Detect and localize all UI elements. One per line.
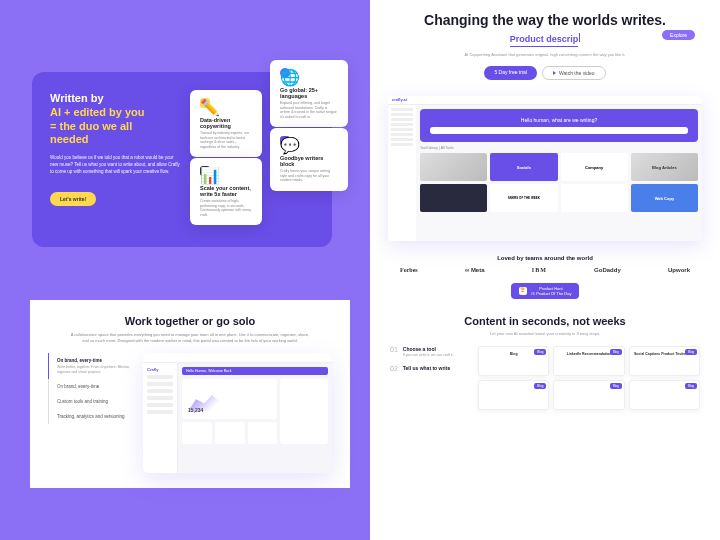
cs-step-1[interactable]: 01 Choose a toolIf you can write it, we … <box>390 346 470 357</box>
rm-search-banner: Hello human, what are we writing? <box>420 109 698 142</box>
dashboard-mockup: Crafly Hello Human, Welcome Back 15,234 <box>143 353 332 473</box>
r-title: Changing the way the worlds writes. <box>400 12 690 28</box>
fc3-title: Goodbye writers block <box>280 155 338 167</box>
s2-item-tools[interactable]: Custom tools and training <box>48 394 133 409</box>
brand-godaddy: GoDaddy <box>594 267 621 273</box>
rm-tile-6[interactable] <box>561 184 628 212</box>
cs-step2-num: 02 <box>390 365 398 372</box>
rm-sidebar <box>388 105 416 241</box>
fc2-title: Go global: 25+ languages <box>280 87 338 99</box>
cs-title: Content in seconds, not weeks <box>390 315 700 327</box>
r-subtitle-wrap: Product descrip <box>400 28 690 47</box>
fc1-title: Data-driven copywriting <box>200 117 252 129</box>
mock-main: Hello Human, Welcome Back 15,234 <box>178 363 332 448</box>
brand-ibm: IBM <box>532 267 547 273</box>
mock-sidebar: Crafly <box>143 363 178 473</box>
hero-title-l3: = the duo we all <box>50 120 132 132</box>
producthunt-badge[interactable]: 🏆 Product Hunt#1 Product Of The Day <box>511 283 580 299</box>
hero-cta-button[interactable]: Let's write! <box>50 192 96 206</box>
free-trial-button[interactable]: 5 Day free trial <box>484 66 537 80</box>
typing-cursor-icon <box>579 33 580 42</box>
fc4-title: Scale your content, write 5x faster <box>200 185 252 197</box>
scale-icon: 📊 <box>200 166 210 176</box>
s2-item-onbrand2[interactable]: On brand, every-time <box>48 379 133 394</box>
globe-icon: 🌐 <box>280 68 290 78</box>
s2-title: Work together or go solo <box>48 315 332 327</box>
app-mockup: crafly.ai Hello human, what are we writi… <box>388 96 702 241</box>
r-desc: AI Copywriting Assistant that generates … <box>400 52 690 58</box>
mock-topbar <box>143 353 332 363</box>
cs-card-4[interactable]: Blog <box>553 380 624 410</box>
s2-item-onbrand[interactable]: On brand, every-time Write better, toget… <box>48 353 133 379</box>
hero-title-l4: needed <box>50 133 89 145</box>
cs-step1-num: 01 <box>390 346 398 357</box>
right-hero: Explore Changing the way the worlds writ… <box>370 0 720 88</box>
chat-icon: 💬 <box>280 136 290 146</box>
fc3-desc: Crafly learns your unique writing style … <box>280 169 338 183</box>
fc2-desc: Expand your offering, and forget awkward… <box>280 101 338 119</box>
hero-desc: Would you believe us if we told you that… <box>50 155 180 175</box>
cs-step-2[interactable]: 02 Tell us what to write <box>390 365 470 372</box>
rm-logo: crafly.ai <box>392 97 407 102</box>
feature-card-copywriting[interactable]: ✏️ Data-driven copywriting Trained by in… <box>190 90 262 157</box>
cs-card-0[interactable]: BlogBlog <box>478 346 549 376</box>
cs-card-3[interactable]: Blog <box>478 380 549 410</box>
rm-tile-webcopy[interactable]: Web Copy <box>631 184 698 212</box>
mock-rightpanel <box>280 379 328 444</box>
rm-tile-socials[interactable]: Socials <box>490 153 557 181</box>
rm-main: Hello human, what are we writing? Tool L… <box>416 105 702 241</box>
rm-tile-4[interactable] <box>420 184 487 212</box>
watch-video-button[interactable]: Watch the video <box>542 66 606 80</box>
rm-tile-blog[interactable]: Blog Articles <box>631 153 698 181</box>
rm-tile-snkrs[interactable]: SNKRS OF THE WEEK <box>490 184 557 212</box>
rm-search-title: Hello human, what are we writing? <box>430 117 688 123</box>
r-subtitle: Product descrip <box>510 34 579 47</box>
cs-desc: Let your new AI assistant boost your cre… <box>390 331 700 336</box>
hero-title-l2: AI + edited by you <box>50 106 144 118</box>
loved-title: Loved by teams around the world <box>390 255 700 261</box>
feature-card-writers-block[interactable]: 💬 Goodbye writers block Crafly learns yo… <box>270 128 348 191</box>
cs-card-1[interactable]: BlogLinkedIn Recommendation <box>553 346 624 376</box>
content-seconds-section: Content in seconds, not weeks Let your n… <box>370 315 720 410</box>
fc4-desc: Create variations of high-performing cop… <box>200 199 252 217</box>
brand-upwork: Upwork <box>668 267 690 273</box>
play-icon <box>553 71 556 75</box>
rm-tile-0[interactable] <box>420 153 487 181</box>
s2-item-0-t: On brand, every-time <box>57 358 133 363</box>
cs-card-2[interactable]: BlogSocial Captions Product Testimonial <box>629 346 700 376</box>
s2-feature-list: On brand, every-time Write better, toget… <box>48 353 133 473</box>
hero-title-l1: Written by <box>50 92 104 104</box>
pencil-icon: ✏️ <box>200 98 210 108</box>
mock-chart-value: 15,234 <box>188 407 203 413</box>
rm-tools-label: Tool Library | All Tools <box>420 146 698 150</box>
cs-card-5[interactable]: Blog <box>629 380 700 410</box>
brand-logos: Forbes ∞ Meta IBM GoDaddy Upwork <box>390 267 700 273</box>
brand-forbes: Forbes <box>400 267 418 273</box>
mock-sidebar-logo: Crafly <box>147 367 173 372</box>
feature-card-scale[interactable]: 📊 Scale your content, write 5x faster Cr… <box>190 158 262 225</box>
mock-header: Hello Human, Welcome Back <box>182 367 328 375</box>
cs-steps: 01 Choose a toolIf you can write it, we … <box>390 346 470 380</box>
s2-item-0-d: Write better, together. From anywhere. M… <box>57 365 133 374</box>
social-proof-section: Loved by teams around the world Forbes ∞… <box>370 255 720 299</box>
rm-topbar: crafly.ai <box>388 96 702 105</box>
mock-chart: 15,234 <box>182 379 277 419</box>
trophy-icon: 🏆 <box>519 287 527 295</box>
rm-tool-grid: Socials Company Blog Articles SNKRS OF T… <box>420 153 698 212</box>
explore-button[interactable]: Explore <box>662 30 695 40</box>
work-together-section: Work together or go solo A collaborative… <box>30 300 350 488</box>
s2-desc: A collaborative space that provides ever… <box>70 332 310 343</box>
rm-tile-company[interactable]: Company <box>561 153 628 181</box>
feature-card-languages[interactable]: 🌐 Go global: 25+ languages Expand your o… <box>270 60 348 127</box>
cs-tool-cards: BlogBlog BlogLinkedIn Recommendation Blo… <box>478 346 700 410</box>
fc1-desc: Trained by industry experts, our tools a… <box>200 131 252 149</box>
rm-search-input[interactable] <box>430 127 688 134</box>
s2-item-tracking[interactable]: Tracking, analytics and versioning <box>48 409 133 424</box>
brand-meta: ∞ Meta <box>465 267 485 273</box>
